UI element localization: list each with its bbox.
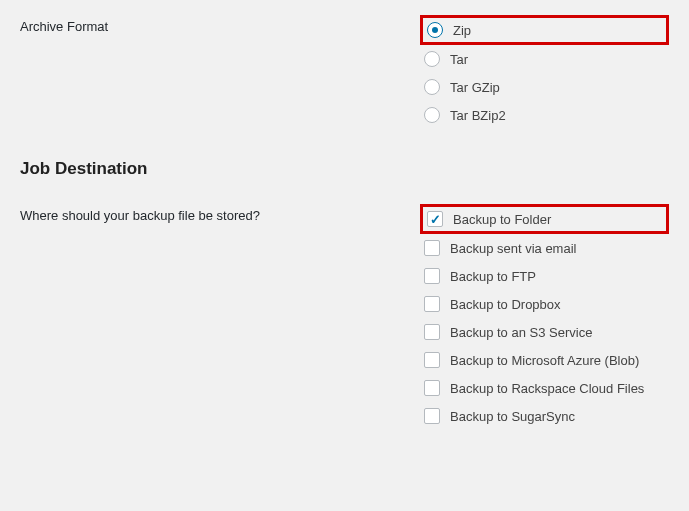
archive-format-row: Archive Format Zip Tar Tar GZip Tar BZip…: [20, 15, 669, 129]
destination-option-ftp[interactable]: Backup to FTP: [420, 262, 669, 290]
checkbox-icon: [424, 240, 440, 256]
job-destination-label: Where should your backup file be stored?: [20, 204, 420, 223]
checkbox-icon: [424, 324, 440, 340]
checkbox-icon: [424, 408, 440, 424]
archive-format-option-tar-gzip[interactable]: Tar GZip: [420, 73, 669, 101]
option-label: Backup to SugarSync: [450, 409, 575, 424]
archive-format-option-tar-bzip2[interactable]: Tar BZip2: [420, 101, 669, 129]
option-label: Backup to FTP: [450, 269, 536, 284]
option-label: Tar: [450, 52, 468, 67]
destination-option-sugarsync[interactable]: Backup to SugarSync: [420, 402, 669, 430]
option-label: Zip: [453, 23, 471, 38]
archive-format-label: Archive Format: [20, 15, 420, 34]
checkbox-icon: [424, 268, 440, 284]
archive-format-options: Zip Tar Tar GZip Tar BZip2: [420, 15, 669, 129]
checkbox-icon: [427, 211, 443, 227]
job-destination-options: Backup to Folder Backup sent via email B…: [420, 204, 669, 430]
destination-option-rackspace[interactable]: Backup to Rackspace Cloud Files: [420, 374, 669, 402]
checkbox-icon: [424, 296, 440, 312]
destination-option-azure[interactable]: Backup to Microsoft Azure (Blob): [420, 346, 669, 374]
radio-icon: [424, 51, 440, 67]
checkbox-icon: [424, 380, 440, 396]
job-destination-row: Where should your backup file be stored?…: [20, 204, 669, 430]
archive-format-option-tar[interactable]: Tar: [420, 45, 669, 73]
radio-icon: [424, 107, 440, 123]
radio-icon: [424, 79, 440, 95]
destination-option-dropbox[interactable]: Backup to Dropbox: [420, 290, 669, 318]
destination-option-folder[interactable]: Backup to Folder: [420, 204, 669, 234]
destination-option-email[interactable]: Backup sent via email: [420, 234, 669, 262]
option-label: Backup to an S3 Service: [450, 325, 592, 340]
option-label: Backup to Rackspace Cloud Files: [450, 381, 644, 396]
destination-option-s3[interactable]: Backup to an S3 Service: [420, 318, 669, 346]
option-label: Backup sent via email: [450, 241, 576, 256]
option-label: Backup to Dropbox: [450, 297, 561, 312]
option-label: Tar BZip2: [450, 108, 506, 123]
radio-icon: [427, 22, 443, 38]
option-label: Tar GZip: [450, 80, 500, 95]
archive-format-option-zip[interactable]: Zip: [420, 15, 669, 45]
checkbox-icon: [424, 352, 440, 368]
job-destination-heading: Job Destination: [20, 159, 669, 179]
option-label: Backup to Folder: [453, 212, 551, 227]
option-label: Backup to Microsoft Azure (Blob): [450, 353, 639, 368]
